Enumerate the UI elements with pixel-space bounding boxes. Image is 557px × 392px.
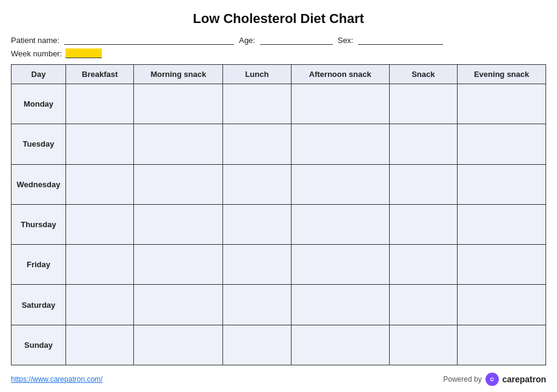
meal-cell[interactable] bbox=[291, 325, 389, 365]
meal-cell[interactable] bbox=[291, 84, 389, 124]
table-row: Saturday bbox=[12, 285, 546, 325]
meal-cell[interactable] bbox=[66, 285, 134, 325]
meal-cell[interactable] bbox=[389, 124, 457, 164]
meal-cell[interactable] bbox=[291, 285, 389, 325]
day-cell: Wednesday bbox=[12, 164, 66, 204]
meal-cell[interactable] bbox=[389, 285, 457, 325]
meal-cell[interactable] bbox=[291, 245, 389, 285]
meal-cell[interactable] bbox=[457, 285, 545, 325]
meal-cell[interactable] bbox=[223, 164, 291, 204]
meal-cell[interactable] bbox=[223, 325, 291, 365]
meal-cell[interactable] bbox=[457, 124, 545, 164]
patient-info-row: Patient name: Age: Sex: bbox=[11, 35, 546, 45]
meal-cell[interactable] bbox=[291, 124, 389, 164]
day-cell: Monday bbox=[12, 84, 66, 124]
age-input[interactable] bbox=[260, 35, 333, 45]
carepatron-brand-name: carepatron bbox=[502, 374, 546, 384]
meal-cell[interactable] bbox=[66, 325, 134, 365]
meal-cell[interactable] bbox=[223, 204, 291, 244]
col-breakfast: Breakfast bbox=[66, 65, 134, 84]
col-afternoon-snack: Afternoon snack bbox=[291, 65, 389, 84]
col-day: Day bbox=[12, 65, 66, 84]
meal-cell[interactable] bbox=[134, 285, 223, 325]
age-label: Age: bbox=[239, 36, 255, 45]
meal-cell[interactable] bbox=[457, 245, 545, 285]
meal-cell[interactable] bbox=[134, 245, 223, 285]
meal-cell[interactable] bbox=[457, 84, 545, 124]
table-header-row: Day Breakfast Morning snack Lunch Aftern… bbox=[12, 65, 546, 84]
week-label: Week number: bbox=[11, 49, 62, 58]
week-row: Week number: bbox=[11, 48, 546, 58]
powered-by-section: Powered by carepatron bbox=[443, 373, 546, 386]
footer: https://www.carepatron.com/ Powered by c… bbox=[11, 370, 546, 386]
page-container: Low Cholesterol Diet Chart Patient name:… bbox=[0, 0, 557, 392]
meal-cell[interactable] bbox=[134, 204, 223, 244]
meal-cell[interactable] bbox=[389, 204, 457, 244]
col-snack: Snack bbox=[389, 65, 457, 84]
meal-cell[interactable] bbox=[66, 245, 134, 285]
meal-cell[interactable] bbox=[66, 84, 134, 124]
powered-by-text: Powered by bbox=[443, 375, 481, 384]
meal-cell[interactable] bbox=[223, 245, 291, 285]
meal-cell[interactable] bbox=[389, 164, 457, 204]
diet-table: Day Breakfast Morning snack Lunch Aftern… bbox=[11, 64, 546, 365]
sex-input[interactable] bbox=[358, 35, 443, 45]
table-row: Friday bbox=[12, 245, 546, 285]
meal-cell[interactable] bbox=[389, 325, 457, 365]
week-number-input[interactable] bbox=[65, 48, 102, 58]
meal-cell[interactable] bbox=[66, 204, 134, 244]
meal-cell[interactable] bbox=[389, 84, 457, 124]
table-row: Monday bbox=[12, 84, 546, 124]
day-cell: Tuesday bbox=[12, 124, 66, 164]
table-row: Wednesday bbox=[12, 164, 546, 204]
page-title: Low Cholesterol Diet Chart bbox=[11, 11, 546, 27]
day-cell: Sunday bbox=[12, 325, 66, 365]
meal-cell[interactable] bbox=[291, 164, 389, 204]
day-cell: Thursday bbox=[12, 204, 66, 244]
meal-cell[interactable] bbox=[223, 124, 291, 164]
col-evening-snack: Evening snack bbox=[457, 65, 545, 84]
sex-label: Sex: bbox=[338, 36, 353, 45]
footer-link[interactable]: https://www.carepatron.com/ bbox=[11, 375, 102, 384]
table-row: Sunday bbox=[12, 325, 546, 365]
table-row: Tuesday bbox=[12, 124, 546, 164]
meal-cell[interactable] bbox=[223, 84, 291, 124]
meal-cell[interactable] bbox=[134, 325, 223, 365]
patient-name-input[interactable] bbox=[64, 35, 234, 45]
meal-cell[interactable] bbox=[134, 84, 223, 124]
col-morning-snack: Morning snack bbox=[134, 65, 223, 84]
meal-cell[interactable] bbox=[223, 285, 291, 325]
col-lunch: Lunch bbox=[223, 65, 291, 84]
table-row: Thursday bbox=[12, 204, 546, 244]
meal-cell[interactable] bbox=[66, 164, 134, 204]
meal-cell[interactable] bbox=[389, 245, 457, 285]
meal-cell[interactable] bbox=[457, 204, 545, 244]
svg-point-0 bbox=[489, 376, 496, 383]
meal-cell[interactable] bbox=[134, 164, 223, 204]
day-cell: Friday bbox=[12, 245, 66, 285]
patient-name-label: Patient name: bbox=[11, 36, 59, 45]
meal-cell[interactable] bbox=[457, 164, 545, 204]
day-cell: Saturday bbox=[12, 285, 66, 325]
meal-cell[interactable] bbox=[66, 124, 134, 164]
meal-cell[interactable] bbox=[134, 124, 223, 164]
meal-cell[interactable] bbox=[457, 325, 545, 365]
meal-cell[interactable] bbox=[291, 204, 389, 244]
carepatron-logo-icon bbox=[485, 373, 499, 386]
